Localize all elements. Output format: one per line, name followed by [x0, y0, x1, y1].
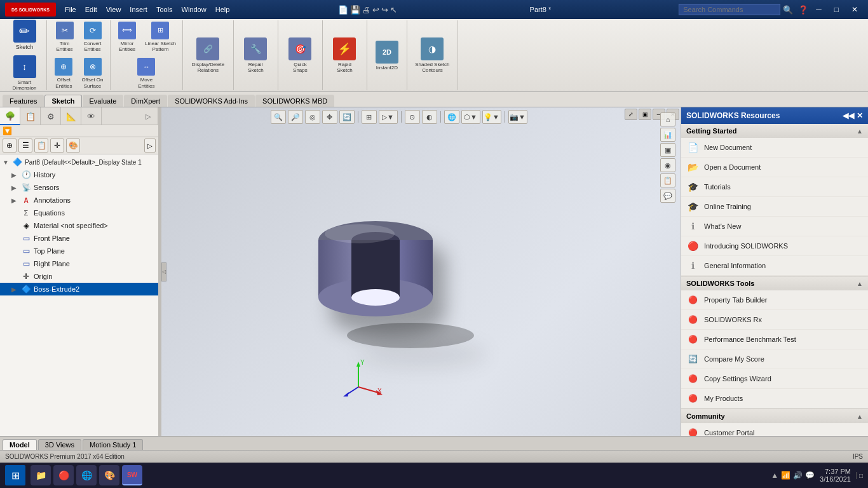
sw-tools-header[interactable]: SOLIDWORKS Tools ▲ [681, 276, 868, 290]
intro-sw-item[interactable]: 🔴 Introducing SOLIDWORKS [681, 236, 868, 256]
minimize-button[interactable]: ─ [811, 4, 827, 15]
tree-top-plane[interactable]: ▭ Top Plane [0, 245, 158, 257]
panel-icon-5[interactable]: 🎨 [66, 139, 80, 152]
offset-surface-button[interactable]: ⊗ Offset OnSurface [79, 57, 105, 90]
vp-camera-btn[interactable]: 📷▼ [508, 110, 527, 124]
clock[interactable]: 7:37 PM 3/16/2021 [820, 468, 851, 483]
menu-insert[interactable]: Insert [126, 4, 151, 15]
copy-settings-item[interactable]: 🔴 Copy Settings Wizard [681, 369, 868, 389]
tab-model[interactable]: Model [3, 439, 37, 450]
vp-comment-btn[interactable]: 💬 [660, 189, 675, 203]
dim-tab[interactable]: 📐 [61, 107, 81, 125]
vp-disp-style-btn[interactable]: ▷▼ [379, 110, 398, 124]
print-icon[interactable]: 🖨 [362, 5, 370, 15]
tab-3d-views[interactable]: 3D Views [38, 439, 81, 450]
getting-started-header[interactable]: Getting Started ▲ [681, 124, 868, 138]
move-entities-button[interactable]: ↔ MoveEntities [133, 57, 159, 90]
tab-motion-study[interactable]: Motion Study 1 [83, 439, 143, 450]
tree-origin[interactable]: ✛ Origin [0, 270, 158, 283]
vp-home-btn[interactable]: ⌂ [660, 112, 675, 126]
menu-view[interactable]: View [102, 4, 125, 15]
menu-edit[interactable]: Edit [81, 4, 101, 15]
shaded-contours-button[interactable]: ◑ Shaded Sketch Contours [411, 35, 454, 76]
community-header[interactable]: Community ▲ [681, 409, 868, 423]
vp-photoview-btn[interactable]: 📋 [660, 173, 675, 187]
vp-zoom-fit-btn[interactable]: ◎ [305, 110, 320, 124]
tray-up-arrow[interactable]: ▲ [771, 471, 778, 480]
new-file-icon[interactable]: 📄 [338, 5, 348, 15]
show-desktop-btn[interactable]: □ [856, 472, 863, 479]
tree-right-plane[interactable]: ▭ Right Plane [0, 257, 158, 270]
maximize-button[interactable]: □ [829, 4, 844, 15]
tree-sensors[interactable]: ▶ 📡 Sensors [0, 181, 158, 194]
open-document-item[interactable]: 📂 Open a Document [681, 158, 868, 177]
trim-entities-button[interactable]: ✂ TrimEntities [52, 20, 78, 54]
instant2d-button[interactable]: 2D Instant2D [371, 38, 403, 73]
vp-views-btn[interactable]: ▣ [660, 143, 675, 157]
tab-features[interactable]: Features [3, 95, 44, 107]
taskbar-app2[interactable]: 🔴 [53, 465, 74, 485]
tree-equations[interactable]: Σ Equations [0, 207, 158, 219]
tree-boss-extrude[interactable]: ▶ 🔷 Boss-Extrude2 [0, 283, 158, 295]
close-resources-btn[interactable]: ✕ [857, 111, 863, 120]
rapid-sketch-button[interactable]: ⚡ Rapid Sketch [327, 35, 363, 76]
vp-arrows-button[interactable]: ⤢ [625, 109, 637, 120]
tree-front-plane[interactable]: ▭ Front Plane [0, 232, 158, 245]
tree-material[interactable]: ◈ Material <not specified> [0, 219, 158, 232]
tab-mbd[interactable]: SOLIDWORKS MBD [255, 95, 334, 107]
panel-icon-3[interactable]: 📋 [34, 139, 48, 152]
taskbar-chrome[interactable]: 🌐 [76, 465, 97, 485]
whats-new-item[interactable]: ℹ What's New [681, 217, 868, 236]
menu-help[interactable]: Help [212, 4, 234, 15]
vp-zoom-btn[interactable]: 🔍 [271, 110, 286, 124]
vp-scene-btn[interactable]: ⬡▼ [461, 110, 480, 124]
tab-dimxpert[interactable]: DimXpert [124, 95, 167, 107]
customer-portal-item[interactable]: 🔴 Customer Portal [681, 423, 868, 436]
tray-volume[interactable]: 🔊 [793, 471, 803, 480]
vp-realview-btn[interactable]: ◉ [660, 158, 675, 172]
vp-split-button[interactable]: ▣ [639, 109, 651, 120]
prop-tab-item[interactable]: 🔴 Property Tab Builder [681, 290, 868, 310]
vp-lights-btn[interactable]: 💡▼ [482, 110, 501, 124]
panel-expand-button[interactable]: ▷ [138, 107, 158, 125]
general-info-item[interactable]: ℹ General Information [681, 256, 868, 276]
feature-tree-tab[interactable]: 🌳 [0, 107, 20, 125]
menu-tools[interactable]: Tools [153, 4, 177, 15]
sketch-button[interactable]: ✏ Sketch [9, 17, 41, 53]
convert-entities-button[interactable]: ⟳ ConvertEntities [80, 20, 105, 54]
display-tab[interactable]: 👁 [81, 107, 102, 125]
taskbar-paint[interactable]: 🎨 [99, 465, 119, 485]
vp-rotate-btn[interactable]: 🔄 [339, 110, 355, 124]
panel-icon-4[interactable]: ✛ [50, 139, 64, 152]
vp-3d-btn[interactable]: 📊 [660, 128, 675, 142]
panel-collapse-right[interactable]: ▷ [144, 139, 156, 152]
vp-zoom-window-btn[interactable]: 🔎 [288, 110, 303, 124]
tray-network[interactable]: 📶 [781, 471, 790, 480]
property-tab[interactable]: 📋 [20, 107, 41, 125]
start-button[interactable]: ⊞ [5, 465, 25, 485]
viewport[interactable]: ⤢ ▣ ─ ✕ 🔍 🔎 ◎ ✥ 🔄 ⊞ ▷▼ ⊙ ◐ 🌐 ⬡▼ 💡▼ 📷▼ [161, 107, 681, 436]
undo-icon[interactable]: ↩ [372, 5, 379, 15]
config-tab[interactable]: ⚙ [41, 107, 61, 125]
tab-sketch[interactable]: Sketch [44, 95, 81, 107]
tab-addins[interactable]: SOLIDWORKS Add-Ins [168, 95, 255, 107]
select-icon[interactable]: ↖ [390, 5, 397, 15]
vp-section-view-btn[interactable]: ⊙ [405, 110, 420, 124]
new-document-item[interactable]: 📄 New Document [681, 138, 868, 158]
online-training-item[interactable]: 🎓 Online Training [681, 197, 868, 217]
panel-icon-1[interactable]: ⊕ [3, 139, 17, 152]
tree-part-root[interactable]: ▼ 🔷 Part8 (Default<<Default>_Display Sta… [0, 156, 158, 168]
vp-view-sel-btn[interactable]: ◐ [422, 110, 437, 124]
panel-icon-2[interactable]: ☰ [18, 139, 32, 152]
search-input[interactable] [679, 4, 780, 15]
menu-file[interactable]: File [61, 4, 80, 15]
taskbar-explorer[interactable]: 📁 [31, 465, 51, 485]
close-button[interactable]: ✕ [846, 4, 863, 15]
menu-window[interactable]: Window [178, 4, 210, 15]
repair-sketch-button[interactable]: 🔧 Repair Sketch [238, 35, 274, 76]
sw-rx-item[interactable]: 🔴 SOLIDWORKS Rx [681, 310, 868, 330]
mirror-entities-button[interactable]: ⟺ MirrorEntities [114, 20, 140, 54]
taskbar-solidworks[interactable]: SW [122, 465, 142, 485]
my-products-item[interactable]: 🔴 My Products [681, 389, 868, 409]
perf-bench-item[interactable]: 🔴 Performance Benchmark Test [681, 330, 868, 349]
